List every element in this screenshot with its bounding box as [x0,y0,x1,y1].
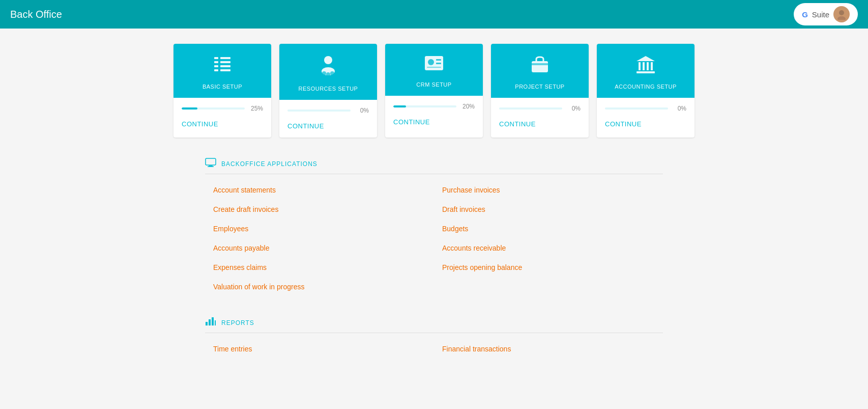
list-icon [211,54,234,77]
basic-setup-body: 25% CONTINUE [173,98,271,135]
svg-rect-3 [220,57,230,59]
project-setup-body: 0% CONTINUE [491,98,589,135]
link-purchase-invoices[interactable]: Purchase invoices [434,180,663,200]
basic-setup-header: BASIC SETUP [173,44,271,98]
svg-point-0 [839,10,844,15]
link-accounts-receivable[interactable]: Accounts receivable [434,238,663,258]
svg-rect-17 [436,59,441,61]
reports-section-title: REPORTS [221,319,254,326]
link-draft-invoices[interactable]: Draft invoices [434,200,663,219]
gsuite-label: Suite [812,10,829,19]
link-create-draft-invoices[interactable]: Create draft invoices [205,200,434,219]
link-valuation-wip[interactable]: Valuation of work in progress [205,277,434,296]
svg-rect-32 [209,319,211,325]
app-header: Back Office G Suite [0,0,868,29]
accounting-setup-header: ACCOUNTING SETUP [597,44,695,98]
svg-rect-5 [220,61,230,63]
accounting-setup-card: ACCOUNTING SETUP 0% CONTINUE [597,44,695,138]
svg-rect-26 [651,62,653,70]
backoffice-section: BACKOFFICE APPLICATIONS Account statemen… [205,158,663,296]
project-setup-continue[interactable]: CONTINUE [499,120,536,128]
basic-setup-card: BASIC SETUP 25% CONTINUE [173,44,271,138]
link-expenses-claims[interactable]: Expenses claims [205,258,434,277]
crm-setup-pct: 20% [460,103,475,110]
resources-setup-card: RESOURCES SETUP 0% CONTINUE [279,44,377,138]
resources-setup-pct: 0% [355,107,369,114]
setup-cards-container: BASIC SETUP 25% CONTINUE [51,44,817,138]
reports-links-grid: Time entries Financial transactions [205,339,663,359]
svg-rect-19 [427,67,441,68]
basic-setup-progress-fill [182,107,197,110]
basic-setup-progress: 25% [182,105,263,112]
accounting-setup-title: ACCOUNTING SETUP [615,84,677,90]
crm-setup-card: CRM SETUP 20% CONTINUE [385,44,483,138]
link-account-statements[interactable]: Account statements [205,180,434,200]
crm-setup-body: 20% CONTINUE [385,96,483,133]
crm-setup-continue[interactable]: CONTINUE [393,118,430,126]
svg-rect-25 [647,62,649,70]
backoffice-section-header: BACKOFFICE APPLICATIONS [205,158,663,174]
gsuite-g: G [802,10,808,19]
crm-setup-title: CRM SETUP [416,81,451,88]
project-setup-title: PROJECT SETUP [515,84,564,90]
backoffice-links-right: Purchase invoices Draft invoices Budgets… [434,180,663,296]
monitor-icon [205,158,216,170]
accounting-setup-progress-bg [605,107,668,110]
resources-setup-title: RESOURCES SETUP [299,86,358,92]
link-budgets[interactable]: Budgets [434,219,663,238]
gsuite-badge: G Suite [794,3,858,25]
svg-rect-20 [532,61,548,72]
svg-rect-24 [643,62,645,70]
resources-setup-progress: 0% [287,107,369,114]
svg-point-10 [324,56,332,64]
svg-marker-22 [636,56,655,61]
svg-rect-6 [214,65,218,67]
project-setup-header: PROJECT SETUP [491,44,589,98]
project-setup-card: PROJECT SETUP 0% CONTINUE [491,44,589,138]
svg-rect-31 [206,322,208,325]
accounting-setup-body: 0% CONTINUE [597,98,695,135]
avatar [833,6,850,22]
basic-setup-continue[interactable]: CONTINUE [182,120,218,128]
crm-setup-header: CRM SETUP [385,44,483,96]
resources-setup-continue[interactable]: CONTINUE [287,122,324,130]
accounting-setup-progress: 0% [605,105,686,112]
bank-icon [634,54,657,77]
svg-rect-4 [214,61,218,63]
svg-rect-8 [214,69,218,71]
svg-rect-2 [214,57,218,59]
backoffice-section-title: BACKOFFICE APPLICATIONS [221,160,317,168]
svg-point-1 [837,16,846,20]
link-employees[interactable]: Employees [205,219,434,238]
backoffice-links-left: Account statements Create draft invoices… [205,180,434,296]
svg-rect-23 [639,62,641,70]
accounting-setup-continue[interactable]: CONTINUE [605,120,642,128]
svg-rect-7 [220,65,230,67]
crm-setup-progress-bg [393,105,456,107]
basic-setup-progress-bg [182,107,245,110]
link-time-entries[interactable]: Time entries [205,339,434,359]
reports-section-header: REPORTS [205,317,663,333]
briefcase-icon [529,54,551,77]
svg-rect-27 [636,71,655,73]
accounting-setup-pct: 0% [672,105,686,112]
crm-setup-progress: 20% [393,103,475,110]
main-content: BASIC SETUP 25% CONTINUE [0,29,868,394]
reports-links-left: Time entries [205,339,434,359]
avatar-icon [836,9,847,20]
svg-rect-34 [215,320,216,325]
svg-point-13 [326,72,330,76]
basic-setup-title: BASIC SETUP [202,84,242,90]
svg-point-12 [322,71,326,75]
basic-setup-pct: 25% [249,105,263,112]
resources-setup-header: RESOURCES SETUP [279,44,377,100]
backoffice-links-grid: Account statements Create draft invoices… [205,180,663,296]
link-accounts-payable[interactable]: Accounts payable [205,238,434,258]
app-title: Back Office [10,9,62,20]
resources-setup-progress-bg [287,110,351,112]
person-icon [317,54,339,79]
link-financial-transactions[interactable]: Financial transactions [434,339,663,359]
svg-rect-28 [206,158,216,165]
link-projects-opening-balance[interactable]: Projects opening balance [434,258,663,277]
project-setup-progress-bg [499,107,562,110]
